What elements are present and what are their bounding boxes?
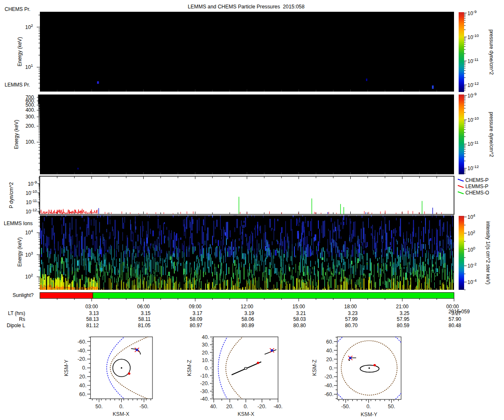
svg-text:80.48: 80.48 (449, 323, 461, 328)
svg-text:P dyn/cm^2: P dyn/cm^2 (8, 182, 14, 208)
svg-text:0.: 0. (329, 365, 333, 371)
svg-text:KSM-X: KSM-X (238, 411, 255, 417)
svg-text:-20.: -20. (200, 381, 209, 386)
svg-text:-50.: -50. (139, 404, 149, 410)
svg-text:3.17: 3.17 (192, 310, 202, 316)
svg-text:50.: 50. (95, 404, 102, 410)
svg-text:-10.: -10. (200, 373, 209, 379)
svg-text:LEMMS Pr.: LEMMS Pr. (5, 82, 30, 88)
svg-text:80.97: 80.97 (190, 323, 202, 328)
svg-text:KSM-X: KSM-X (113, 411, 129, 417)
svg-text:3.21: 3.21 (296, 310, 306, 316)
svg-text:KSM-Z: KSM-Z (186, 360, 192, 376)
svg-text:-40.: -40. (324, 383, 333, 388)
svg-text:pressure dyne/cm^2: pressure dyne/cm^2 (488, 112, 494, 157)
svg-text:40.: 40. (79, 383, 87, 388)
svg-text:-40.: -40. (200, 396, 209, 402)
svg-text:Energy (keV): Energy (keV) (17, 37, 23, 66)
svg-text:-40.: -40. (77, 348, 87, 354)
svg-text:0.: 0. (82, 365, 87, 371)
svg-text:03:00: 03:00 (85, 304, 98, 310)
svg-text:-20.: -20. (257, 404, 267, 410)
svg-text:Dipole L: Dipole L (7, 323, 25, 328)
svg-text:Energy (keV): Energy (keV) (13, 120, 19, 149)
svg-text:CHEMS-O: CHEMS-O (465, 190, 489, 196)
svg-text:15:00: 15:00 (292, 304, 305, 310)
svg-text:80.89: 80.89 (242, 323, 254, 328)
svg-text:0.: 0. (205, 365, 209, 371)
svg-text:57.95: 57.95 (397, 316, 410, 322)
svg-text:58.06: 58.06 (242, 316, 254, 322)
svg-text:300.: 300. (26, 114, 35, 120)
svg-text:3.23: 3.23 (348, 310, 358, 316)
svg-text:50.: 50. (388, 404, 395, 410)
svg-text:80.70: 80.70 (345, 323, 357, 328)
svg-text:CHEMS Pr.: CHEMS Pr. (5, 6, 30, 12)
svg-text:20.: 20. (226, 404, 233, 410)
svg-text:intensity 1/(s cm^2 ster keV): intensity 1/(s cm^2 ster keV) (485, 221, 491, 284)
svg-text:3.13: 3.13 (89, 310, 99, 316)
svg-text:30.: 30. (202, 342, 209, 348)
svg-text:40.: 40. (210, 404, 217, 410)
svg-text:81.05: 81.05 (138, 323, 150, 328)
svg-text:3.19: 3.19 (244, 310, 255, 316)
svg-text:60.: 60. (79, 391, 87, 397)
svg-text:18:00: 18:00 (344, 304, 357, 310)
svg-text:KSM-Y: KSM-Y (361, 412, 378, 417)
svg-text:81.12: 81.12 (86, 323, 99, 328)
svg-text:2015-059: 2015-059 (449, 309, 470, 315)
svg-text:-40.: -40. (273, 404, 283, 410)
svg-text:20.: 20. (202, 350, 209, 356)
svg-text:LEMMS-P: LEMMS-P (465, 184, 488, 189)
svg-text:3.15: 3.15 (141, 310, 151, 316)
svg-text:Rs: Rs (19, 316, 25, 322)
svg-text:60.: 60. (326, 339, 333, 345)
svg-text:10.: 10. (202, 357, 209, 363)
svg-text:40.: 40. (326, 348, 333, 354)
svg-text:400.: 400. (26, 107, 35, 113)
svg-text:-60.: -60. (324, 391, 333, 397)
svg-text:pressure dyne/cm^2: pressure dyne/cm^2 (488, 29, 494, 75)
svg-text:100.: 100. (26, 139, 35, 145)
svg-text:0.: 0. (366, 404, 370, 410)
svg-text:06:00: 06:00 (137, 304, 150, 310)
svg-text:3.25: 3.25 (399, 310, 410, 316)
svg-text:LT (hrs): LT (hrs) (8, 310, 25, 316)
svg-text:20.: 20. (79, 374, 87, 380)
svg-text:0.: 0. (119, 404, 123, 410)
svg-text:-50.: -50. (341, 404, 350, 410)
svg-text:58.11: 58.11 (138, 316, 150, 322)
svg-text:0.: 0. (244, 404, 248, 410)
svg-text:20.: 20. (326, 357, 333, 362)
svg-text:09:00: 09:00 (189, 304, 202, 310)
svg-text:12:00: 12:00 (241, 304, 253, 310)
svg-text:58.03: 58.03 (293, 316, 306, 322)
svg-text:LEMMS and CHEMS Particle Press: LEMMS and CHEMS Particle Pressures 2015:… (188, 4, 304, 10)
svg-text:58.13: 58.13 (86, 316, 99, 322)
svg-text:80.80: 80.80 (293, 323, 306, 328)
svg-text:-20.: -20. (324, 374, 333, 380)
svg-text:200.: 200. (26, 123, 35, 129)
svg-text:-20.: -20. (77, 356, 87, 362)
svg-text:KSM-Z: KSM-Z (312, 360, 318, 376)
svg-text:40.: 40. (202, 334, 209, 340)
svg-text:KSM-Y: KSM-Y (63, 360, 69, 376)
svg-text:21:00: 21:00 (396, 304, 409, 310)
svg-text:Energy (keV): Energy (keV) (17, 237, 23, 267)
svg-text:57.90: 57.90 (449, 316, 461, 322)
svg-text:Sunlight?: Sunlight? (13, 292, 34, 298)
svg-text:-30.: -30. (200, 388, 209, 394)
svg-text:-60.: -60. (77, 339, 87, 345)
svg-text:57.99: 57.99 (345, 316, 357, 322)
svg-text:58.09: 58.09 (190, 316, 202, 322)
svg-text:LEMMS Ions: LEMMS Ions (4, 220, 33, 226)
svg-text:CHEMS-P: CHEMS-P (465, 177, 488, 183)
svg-text:80.59: 80.59 (397, 323, 410, 328)
